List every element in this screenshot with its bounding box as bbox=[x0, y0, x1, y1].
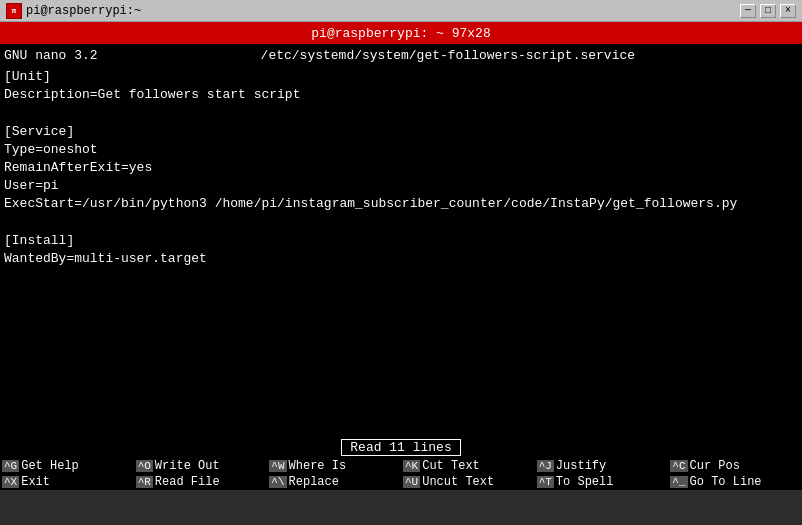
editor-line bbox=[4, 214, 798, 232]
status-bar: Read 11 lines bbox=[0, 436, 802, 458]
shortcut-key: ^W bbox=[269, 460, 286, 472]
shortcut-key: ^R bbox=[136, 476, 153, 488]
shortcut-key: ^G bbox=[2, 460, 19, 472]
shortcut-label: Cur Pos bbox=[690, 459, 740, 473]
shortcut-item: ^UUncut Text bbox=[401, 474, 535, 490]
title-bar-left: π pi@raspberrypi:~ bbox=[6, 3, 141, 19]
shortcut-item: ^CCur Pos bbox=[668, 458, 802, 474]
shortcut-label: Replace bbox=[289, 475, 339, 489]
nano-header: pi@raspberrypi: ~ 97x28 bbox=[0, 22, 802, 44]
shortcut-label: Uncut Text bbox=[422, 475, 494, 489]
shortcut-item: ^OWrite Out bbox=[134, 458, 268, 474]
shortcut-item: ^XExit bbox=[0, 474, 134, 490]
editor-line: User=pi bbox=[4, 177, 798, 195]
window-controls: ─ □ × bbox=[740, 4, 796, 18]
nano-filepath: /etc/systemd/system/get-followers-script… bbox=[98, 48, 798, 63]
status-message: Read 11 lines bbox=[341, 439, 460, 456]
shortcut-label: Justify bbox=[556, 459, 606, 473]
shortcut-item: ^WWhere Is bbox=[267, 458, 401, 474]
nano-header-text: pi@raspberrypi: ~ 97x28 bbox=[311, 26, 490, 41]
shortcuts-row-1: ^GGet Help^OWrite Out^WWhere Is^KCut Tex… bbox=[0, 458, 802, 474]
shortcut-key: ^O bbox=[136, 460, 153, 472]
editor-line: Description=Get followers start script bbox=[4, 86, 798, 104]
window-icon-label: π bbox=[12, 6, 17, 15]
shortcuts-row-2: ^XExit^RRead File^\Replace^UUncut Text^T… bbox=[0, 474, 802, 490]
shortcuts-container: ^GGet Help^OWrite Out^WWhere Is^KCut Tex… bbox=[0, 458, 802, 490]
shortcut-item: ^KCut Text bbox=[401, 458, 535, 474]
shortcut-item: ^_Go To Line bbox=[668, 474, 802, 490]
shortcut-label: Write Out bbox=[155, 459, 220, 473]
shortcut-key: ^T bbox=[537, 476, 554, 488]
maximize-button[interactable]: □ bbox=[760, 4, 776, 18]
shortcut-label: Read File bbox=[155, 475, 220, 489]
shortcut-item: ^\Replace bbox=[267, 474, 401, 490]
shortcut-key: ^J bbox=[537, 460, 554, 472]
window-icon: π bbox=[6, 3, 22, 19]
shortcut-label: Exit bbox=[21, 475, 50, 489]
shortcut-key: ^U bbox=[403, 476, 420, 488]
shortcut-key: ^K bbox=[403, 460, 420, 472]
editor-line: ExecStart=/usr/bin/python3 /home/pi/inst… bbox=[4, 195, 798, 213]
title-bar: π pi@raspberrypi:~ ─ □ × bbox=[0, 0, 802, 22]
nano-file-bar: GNU nano 3.2 /etc/systemd/system/get-fol… bbox=[0, 44, 802, 66]
shortcut-key: ^\ bbox=[269, 476, 286, 488]
shortcut-label: To Spell bbox=[556, 475, 614, 489]
shortcut-item: ^RRead File bbox=[134, 474, 268, 490]
shortcut-key: ^_ bbox=[670, 476, 687, 488]
editor-line bbox=[4, 104, 798, 122]
shortcut-label: Cut Text bbox=[422, 459, 480, 473]
title-text: pi@raspberrypi:~ bbox=[26, 4, 141, 18]
shortcut-key: ^C bbox=[670, 460, 687, 472]
minimize-button[interactable]: ─ bbox=[740, 4, 756, 18]
shortcut-label: Go To Line bbox=[690, 475, 762, 489]
editor-line: Type=oneshot bbox=[4, 141, 798, 159]
editor-line: [Unit] bbox=[4, 68, 798, 86]
shortcut-label: Where Is bbox=[289, 459, 347, 473]
shortcut-item: ^TTo Spell bbox=[535, 474, 669, 490]
close-button[interactable]: × bbox=[780, 4, 796, 18]
editor-area[interactable]: [Unit]Description=Get followers start sc… bbox=[0, 66, 802, 436]
shortcut-key: ^X bbox=[2, 476, 19, 488]
nano-app-name: GNU nano 3.2 bbox=[4, 48, 98, 63]
shortcut-label: Get Help bbox=[21, 459, 79, 473]
editor-line: [Install] bbox=[4, 232, 798, 250]
shortcut-item: ^GGet Help bbox=[0, 458, 134, 474]
shortcut-item: ^JJustify bbox=[535, 458, 669, 474]
editor-line: RemainAfterExit=yes bbox=[4, 159, 798, 177]
editor-line: [Service] bbox=[4, 123, 798, 141]
editor-line: WantedBy=multi-user.target bbox=[4, 250, 798, 268]
